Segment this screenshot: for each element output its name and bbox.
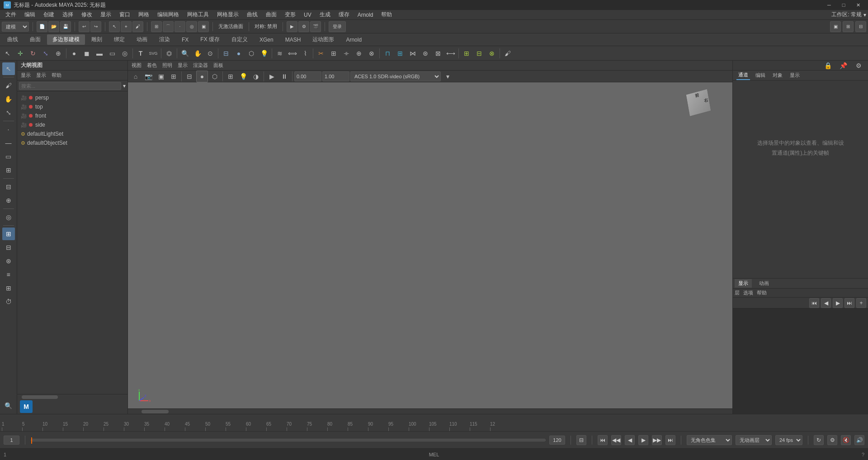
menu-mesh-display[interactable]: 网格显示 xyxy=(213,10,242,19)
tree-item-objectset[interactable]: ⚙ defaultObjectSet xyxy=(17,138,127,147)
layout-single-btn[interactable]: ▣ xyxy=(830,21,841,32)
play-first-btn[interactable]: ⏮ xyxy=(598,435,608,445)
minimize-btn[interactable]: ─ xyxy=(823,0,835,10)
anim-layer-btn[interactable]: ⊞ xyxy=(2,282,15,294)
view-cube[interactable]: 前 右 xyxy=(687,91,714,119)
close-btn[interactable]: ✕ xyxy=(852,0,864,10)
ipr-btn[interactable]: 🎬 xyxy=(310,21,321,32)
layer-menu-layer[interactable]: 层 xyxy=(735,289,740,296)
tab-sculpting[interactable]: 雕刻 xyxy=(86,34,108,45)
node-editor-btn[interactable]: ⊞ xyxy=(2,228,15,240)
combine-btn[interactable]: ⊞ xyxy=(461,47,472,59)
menu-create[interactable]: 创建 xyxy=(40,10,58,19)
vp-colorspace-dropdown[interactable]: ▾ xyxy=(442,71,453,82)
snap-view-btn[interactable]: ◎ xyxy=(186,21,197,32)
weld-btn[interactable]: ⊛ xyxy=(420,47,431,59)
bridge-btn[interactable]: ⟛ xyxy=(340,47,352,59)
svg-btn[interactable]: SVG xyxy=(147,47,159,59)
tab-rigging[interactable]: 绑定 xyxy=(108,34,130,45)
play-prev-key-btn[interactable]: ◀◀ xyxy=(611,435,621,445)
outliner-search-dropdown-icon[interactable]: ▾ xyxy=(123,83,126,89)
audio-select[interactable]: 无动画层 xyxy=(736,435,772,445)
snap-point-btn[interactable]: · xyxy=(175,21,185,32)
outliner-menu-display[interactable]: 显示 xyxy=(19,71,33,80)
layer-nav-prev-prev-btn[interactable]: ⏮ xyxy=(809,298,819,308)
face-mode-btn[interactable]: ▭ xyxy=(2,150,15,163)
tab-mash[interactable]: MASH xyxy=(280,35,307,44)
new-scene-btn[interactable]: 📄 xyxy=(37,21,47,32)
layer-nav-next-next-btn[interactable]: ⏭ xyxy=(844,298,854,308)
flip-btn[interactable]: ⟷ xyxy=(445,47,457,59)
crease-btn[interactable]: ⌇ xyxy=(299,47,311,59)
outliner-scroll-x[interactable] xyxy=(17,394,127,399)
merge-btn[interactable]: ⋈ xyxy=(407,47,419,59)
tree-item-top[interactable]: 🎥 top xyxy=(17,102,127,111)
lasso-tool-btn[interactable]: ⌖ xyxy=(121,21,132,32)
menu-mesh[interactable]: 网格 xyxy=(135,10,153,19)
play-last-btn[interactable]: ⏭ xyxy=(665,435,675,445)
layer-nav-next-btn[interactable]: ▶ xyxy=(833,298,843,308)
tab-fx[interactable]: FX xyxy=(176,35,194,44)
vp-quad-btn[interactable]: ⊞ xyxy=(168,71,179,82)
rp-tab-display[interactable]: 显示 xyxy=(788,71,802,80)
pan-btn[interactable]: ✋ xyxy=(192,47,203,59)
menu-generate[interactable]: 生成 xyxy=(316,10,334,19)
dolly-btn[interactable]: ⊙ xyxy=(204,47,216,59)
tab-motion-graphics[interactable]: 运动图形 xyxy=(307,34,340,45)
snap-curve-btn[interactable]: ⌒ xyxy=(163,21,174,32)
timeline-ruler[interactable]: 1 5 10 15 20 25 30 35 40 45 50 55 60 65 … xyxy=(0,414,868,431)
polygon-sphere-btn[interactable]: ● xyxy=(68,47,80,59)
tab-surfaces[interactable]: 曲面 xyxy=(24,34,46,45)
polygon-plane-btn[interactable]: ▭ xyxy=(106,47,118,59)
vertex-mode-btn[interactable]: · xyxy=(2,123,15,136)
texture-btn[interactable]: ⬡ xyxy=(245,47,257,59)
vp-menu-show[interactable]: 显示 xyxy=(176,61,189,70)
vp-shadow-btn[interactable]: ◑ xyxy=(250,71,262,82)
audio-mute-btn[interactable]: 🔇 xyxy=(841,435,851,445)
vp-menu-view[interactable]: 视图 xyxy=(130,61,143,70)
search-btn[interactable]: 🔍 xyxy=(2,399,15,412)
tree-item-lightset[interactable]: ⚙ defaultLightSet xyxy=(17,129,127,138)
sym-btn[interactable]: ⟺ xyxy=(287,47,298,59)
module-combo[interactable]: 建模 xyxy=(2,22,29,32)
playback-options-btn[interactable]: ⚙ xyxy=(827,435,837,445)
menu-modify[interactable]: 修改 xyxy=(78,10,96,19)
layer-menu-options[interactable]: 选项 xyxy=(743,289,753,296)
play-prev-btn[interactable]: ◀ xyxy=(625,435,635,445)
vp-menu-panels[interactable]: 面板 xyxy=(212,61,225,70)
connections-btn[interactable]: ⊟ xyxy=(2,241,15,254)
vp-scroll-thumb[interactable] xyxy=(142,410,169,413)
rp-settings-btn[interactable]: ⚙ xyxy=(853,60,864,71)
menu-edit-mesh[interactable]: 编辑网格 xyxy=(154,10,183,19)
extrude2-btn[interactable]: ⊞ xyxy=(394,47,406,59)
window-controls[interactable]: ─ □ ✕ xyxy=(823,0,864,10)
layer-tab-anim[interactable]: 动画 xyxy=(755,279,773,288)
audio-options-btn[interactable]: 🔊 xyxy=(854,435,864,445)
rp-pin-btn[interactable]: 📌 xyxy=(837,60,849,71)
tree-item-front[interactable]: 🎥 front xyxy=(17,111,127,120)
layer-btn[interactable]: ≡ xyxy=(2,268,15,281)
tab-rendering[interactable]: 渲染 xyxy=(154,34,175,45)
tab-fx-cache[interactable]: FX 缓存 xyxy=(195,34,225,45)
lattice-btn[interactable]: ⊟ xyxy=(2,180,15,193)
vp-textured-btn[interactable]: ⬡ xyxy=(209,71,221,82)
menu-window[interactable]: 窗口 xyxy=(116,10,134,19)
vp-shaded-btn[interactable]: ● xyxy=(196,71,208,82)
select-mode-btn[interactable]: ↖ xyxy=(2,62,15,75)
menu-help[interactable]: 帮助 xyxy=(377,10,396,19)
outliner-menu-show[interactable]: 显示 xyxy=(34,71,48,80)
viewport-canvas[interactable]: 前 右 X Y Z xyxy=(128,82,732,408)
menu-deform[interactable]: 变形 xyxy=(281,10,299,19)
render-settings-btn[interactable]: ⚙ xyxy=(298,21,309,32)
hypershade-btn[interactable]: ⊛ xyxy=(2,255,15,267)
menu-cache[interactable]: 缓存 xyxy=(335,10,353,19)
edge-mode-btn[interactable]: — xyxy=(2,137,15,149)
tab-animation[interactable]: 动画 xyxy=(131,34,153,45)
vp-menu-shading[interactable]: 着色 xyxy=(145,61,159,70)
polygon-torus-btn[interactable]: ◎ xyxy=(119,47,131,59)
vp-value1-input[interactable] xyxy=(294,71,321,81)
color-profile-select[interactable]: 无角色色集 xyxy=(687,435,732,445)
scale-icon-btn[interactable]: ⤡ xyxy=(40,47,52,59)
sculpt-btn[interactable]: ✋ xyxy=(2,93,15,105)
rp-tab-channel[interactable]: 通道 xyxy=(736,71,750,80)
